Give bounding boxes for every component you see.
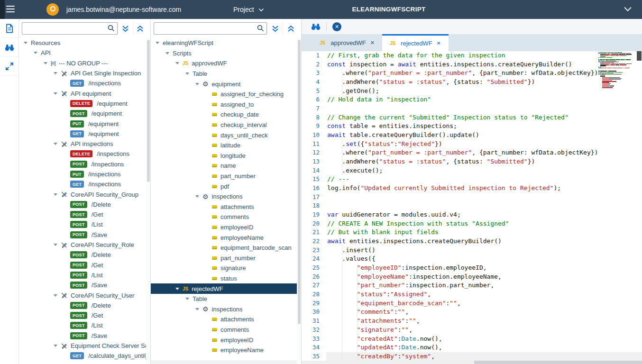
resources-tree-item[interactable]: POST/Save [19, 230, 146, 240]
resources-tree-item[interactable]: CoreAPI Security_Group [19, 189, 146, 199]
project-hscrollbar[interactable] [151, 360, 297, 364]
resources-tree-item[interactable]: POST/Get [19, 310, 146, 320]
project-tree-item[interactable]: employeeName [151, 232, 297, 243]
project-tree-item[interactable]: Scripts [151, 48, 297, 59]
expand-icon[interactable] [0, 57, 18, 76]
tree-caret-icon[interactable] [44, 62, 47, 64]
project-tree-item[interactable]: longitude [151, 151, 297, 161]
resources-tree-item[interactable]: API Get Single Inspection [19, 68, 146, 78]
resources-tree-item[interactable]: API equipment [19, 88, 146, 98]
resources-tree-item[interactable]: POST/inspections [19, 159, 146, 169]
resources-tree-item[interactable]: DELETE/inspections [19, 149, 146, 159]
editor-hscrollbar-thumb[interactable] [474, 361, 642, 364]
project-search-input[interactable] [154, 22, 267, 35]
project-tree-item[interactable]: employeeID [151, 222, 297, 233]
project-tree-item[interactable]: employeeName [151, 345, 297, 355]
resources-tree-item[interactable]: GET/equipment [19, 129, 146, 139]
tree-caret-icon[interactable] [195, 308, 199, 310]
editor-vscrollbar-thumb[interactable] [637, 51, 642, 61]
tree-caret-icon[interactable] [165, 52, 169, 55]
resources-tree-item[interactable]: Resources [19, 38, 146, 48]
project-tree-item[interactable]: elearningWFScript [151, 38, 297, 48]
collapse-all-button[interactable] [133, 22, 148, 35]
editor-tab-approvedWF[interactable]: JSapprovedWF✕ [312, 34, 382, 51]
resources-tree-item[interactable]: [≡]--- NO GROUP --- [19, 58, 146, 68]
tab-close-icon[interactable]: ✕ [437, 40, 441, 46]
resources-tree-item[interactable]: GET/inspections [19, 179, 146, 189]
expand-all-button[interactable] [118, 22, 133, 35]
tree-caret-icon[interactable] [175, 288, 179, 290]
binoculars-icon[interactable] [0, 38, 18, 57]
expand-all-button[interactable] [267, 22, 283, 35]
tree-caret-icon[interactable] [24, 42, 28, 44]
project-tree-item[interactable]: ⚙inspections [151, 191, 297, 202]
close-all-icon[interactable]: ✕ [332, 22, 341, 31]
resources-tree-item[interactable]: CoreAPI Security_User [19, 290, 146, 300]
hamburger-menu-icon[interactable] [6, 6, 15, 13]
tree-caret-icon[interactable] [54, 143, 57, 145]
resources-tree-item[interactable]: POST/Save [19, 280, 146, 290]
resources-tree-item[interactable]: POST/Save [19, 331, 146, 341]
tree-caret-icon[interactable] [156, 42, 159, 44]
project-tree-item[interactable]: attachments [151, 314, 297, 325]
resources-tree-item[interactable]: PUT/equipment [19, 118, 146, 128]
project-tree-item[interactable]: status [151, 273, 297, 284]
resources-tree-item[interactable]: CoreAPI Security_Role [19, 240, 146, 250]
tree-caret-icon[interactable] [34, 52, 37, 54]
tree-caret-icon[interactable] [185, 73, 189, 75]
project-tree-item[interactable]: latitude [151, 140, 297, 151]
tab-close-icon[interactable]: ✕ [370, 40, 375, 46]
resources-tree-item[interactable]: PUT/inspections [19, 169, 146, 179]
resources-tree-item[interactable]: POST/Get [19, 209, 146, 219]
project-tree-item[interactable]: comments [151, 325, 297, 335]
code-content[interactable]: // First, grab the data for the given in… [326, 51, 642, 361]
project-tree-item[interactable]: Table [151, 294, 297, 304]
resources-tree-item[interactable]: POST/Delete [19, 250, 146, 260]
project-tree-item[interactable]: checkup_interval [151, 120, 297, 130]
resources-tree-item[interactable]: POST/equipment [19, 109, 146, 118]
project-menu[interactable]: Project [233, 0, 264, 19]
project-tree-item[interactable]: pdf [151, 181, 297, 191]
editor-hscrollbar[interactable] [302, 361, 642, 364]
tree-caret-icon[interactable] [54, 294, 57, 297]
resources-tree-item[interactable]: POST/Delete [19, 300, 146, 310]
resources-search-input[interactable] [22, 22, 118, 35]
resources-tree-item[interactable]: Equipment Check Server Script [19, 341, 146, 351]
tree-caret-icon[interactable] [195, 83, 199, 85]
project-scrollbar[interactable] [297, 38, 301, 364]
project-tree-item[interactable]: checkup_date [151, 109, 297, 120]
tree-caret-icon[interactable] [195, 195, 199, 198]
tree-caret-icon[interactable] [185, 298, 189, 300]
resources-tree-item[interactable]: POST/List [19, 270, 146, 280]
avatar[interactable] [46, 3, 59, 16]
project-tree-item[interactable]: comments [151, 212, 297, 222]
find-binoculars-icon[interactable] [311, 23, 321, 30]
resources-tree-item[interactable]: POST/List [19, 219, 146, 229]
project-tree-item[interactable]: part_number [151, 171, 297, 182]
project-tree-item[interactable]: part_number [151, 253, 297, 263]
tree-caret-icon[interactable] [54, 92, 57, 95]
project-tree-item[interactable]: name [151, 161, 297, 171]
project-tree-item[interactable]: attachments [151, 202, 297, 212]
project-tree-item[interactable]: employeeID [151, 335, 297, 345]
project-tree-item[interactable]: days_until_check [151, 130, 297, 140]
resources-tree-item[interactable]: POST/List [19, 320, 146, 330]
resources-tree-item[interactable]: POST/Get [19, 260, 146, 270]
tree-caret-icon[interactable] [54, 72, 57, 74]
tree-caret-icon[interactable] [175, 62, 179, 64]
resources-tree-item[interactable]: POST/Delete [19, 200, 146, 209]
document-icon[interactable] [0, 19, 18, 38]
resources-tree-item[interactable]: GET/calculate_days_until_che [19, 351, 146, 360]
project-tree-item[interactable]: equipment_barcode_scan [151, 243, 297, 253]
resources-tree-item[interactable]: API inspections [19, 139, 146, 149]
resources-tree-item[interactable]: GET/inspections [19, 78, 146, 88]
resources-scrollbar[interactable] [146, 38, 150, 364]
collapse-header-chevron-icon[interactable] [624, 6, 632, 12]
editor-tab-rejectedWF[interactable]: JSrejectedWF✕ [382, 34, 449, 51]
collapse-all-button[interactable] [283, 22, 298, 35]
tree-caret-icon[interactable] [54, 244, 57, 246]
tree-caret-icon[interactable] [54, 345, 57, 347]
project-tree-item[interactable]: assigned_for_checking [151, 89, 297, 100]
project-tree-item[interactable]: JSapprovedWF [151, 58, 297, 69]
project-tree-item[interactable]: assigned_to [151, 100, 297, 110]
